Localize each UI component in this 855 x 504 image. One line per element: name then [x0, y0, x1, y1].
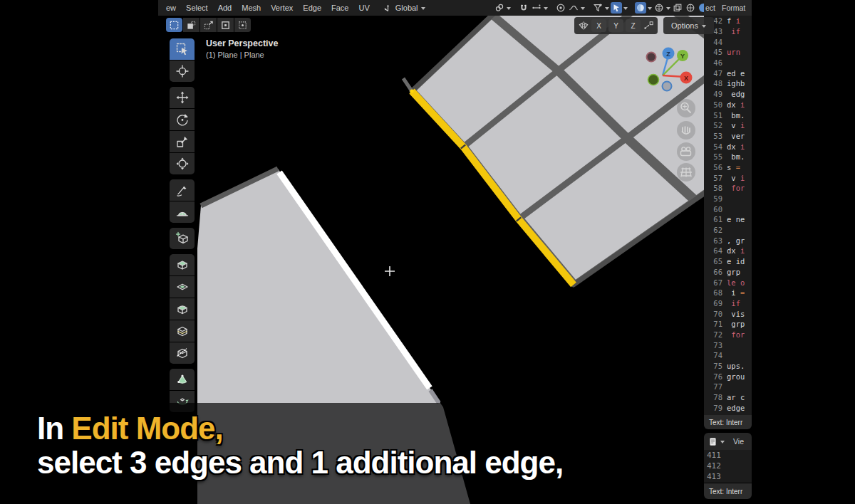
code-line[interactable]: 51 bm.	[704, 110, 752, 120]
chevron-down-icon[interactable]	[623, 7, 628, 12]
tool-inset-faces-button[interactable]	[170, 276, 195, 298]
chevron-down-icon[interactable]	[666, 7, 670, 12]
code-line[interactable]: 76grou	[704, 371, 752, 382]
proportional-edit-icon[interactable]	[531, 2, 542, 14]
shading-solid-icon[interactable]	[685, 2, 696, 14]
shading-rendered-icon[interactable]	[698, 2, 704, 14]
ortho-toggle-icon[interactable]	[677, 163, 695, 182]
code-line[interactable]: 52 v i	[704, 120, 752, 131]
code-line[interactable]: 71 grp	[704, 319, 752, 330]
select-mode-extend-button[interactable]	[183, 18, 200, 32]
chevron-down-icon[interactable]	[648, 7, 652, 12]
gizmo-neg-x-ball[interactable]	[647, 53, 656, 62]
shading-wireframe-icon[interactable]	[672, 2, 683, 14]
tool-rotate-button[interactable]	[170, 109, 195, 130]
mirror-icon[interactable]	[578, 21, 589, 31]
tool-scale-button[interactable]	[170, 131, 195, 152]
menu-format[interactable]: Format	[722, 4, 745, 12]
code-line[interactable]: 47ed_e	[704, 68, 752, 78]
tool-bevel-button[interactable]	[170, 298, 195, 320]
code-line[interactable]: 73	[704, 340, 752, 350]
tool-cursor-button[interactable]	[170, 61, 195, 82]
code-line[interactable]: 59	[704, 194, 752, 204]
gizmo-neg-y-ball[interactable]	[648, 75, 659, 85]
gizmo-neg-z-ball[interactable]	[663, 82, 672, 91]
filter-icon[interactable]	[592, 2, 603, 14]
menu-select[interactable]: Select	[181, 0, 213, 16]
menu-select-cut[interactable]: ect	[705, 4, 715, 12]
code-line[interactable]: 55 bm.	[704, 152, 752, 162]
code-line[interactable]: 77	[704, 382, 752, 392]
code-line[interactable]: 60	[704, 204, 752, 214]
magnet-snap-icon[interactable]	[518, 2, 529, 14]
code-line[interactable]: 70 vis	[704, 308, 752, 319]
falloff-dot-icon[interactable]	[555, 2, 566, 14]
code-line[interactable]: 65e_id	[704, 256, 752, 267]
code-line[interactable]: 79edge	[704, 402, 752, 413]
code-line[interactable]: 66grp	[704, 267, 752, 278]
code-editor-top[interactable]: 42f i43 if4445urn4647ed_e48ighb49_edg50d…	[704, 16, 752, 415]
code-line[interactable]: 78ar_c	[704, 392, 752, 403]
code-line[interactable]: 67le o	[704, 277, 752, 288]
snap-falloff-icon[interactable]	[643, 21, 654, 31]
menu-uv[interactable]: UV	[353, 0, 374, 16]
code-line[interactable]: 44	[704, 36, 752, 47]
tool-transform-button[interactable]	[170, 153, 195, 174]
tool-loop-cut-button[interactable]	[170, 320, 195, 342]
code-line[interactable]: 53 ver	[704, 131, 752, 142]
code-line[interactable]: 49_edg	[704, 89, 752, 100]
code-line[interactable]: 46	[704, 58, 752, 68]
code-line[interactable]: 74	[704, 350, 752, 361]
mesh-vertex[interactable]	[410, 89, 413, 93]
tool-move-button[interactable]	[170, 87, 195, 108]
mirror-y-button[interactable]: Y	[608, 19, 623, 32]
code-line[interactable]: 48ighb	[704, 78, 752, 89]
tool-extrude-region-button[interactable]	[170, 254, 195, 275]
mirror-x-button[interactable]: X	[591, 19, 606, 32]
chevron-down-icon[interactable]	[581, 7, 585, 12]
select-mode-intersect-button[interactable]	[234, 18, 251, 32]
menu-vertex[interactable]: Vertex	[266, 0, 298, 16]
menu-edge[interactable]: Edge	[298, 0, 326, 16]
tool-knife-button[interactable]	[170, 342, 195, 364]
chevron-down-icon[interactable]	[507, 7, 511, 12]
camera-view-icon[interactable]	[677, 142, 695, 161]
menu-view-cut[interactable]: Vie	[733, 437, 744, 446]
code-line[interactable]: 54dx i	[704, 141, 752, 152]
transform-orientation-dropdown[interactable]: Global	[383, 4, 425, 13]
chevron-down-icon[interactable]	[605, 7, 609, 12]
code-line[interactable]: 68 i =	[704, 288, 752, 298]
pan-icon[interactable]	[677, 121, 695, 140]
code-line[interactable]: 62	[704, 225, 752, 236]
code-line[interactable]: 50dx i	[704, 100, 752, 110]
code-line[interactable]: 57 v i	[704, 172, 752, 183]
show-overlays-icon[interactable]	[635, 2, 646, 14]
text-file-icon[interactable]	[708, 437, 717, 446]
chevron-down-icon[interactable]	[544, 7, 548, 12]
menu-ew[interactable]: ew	[161, 0, 181, 16]
code-editor-bottom[interactable]: 411412413	[704, 450, 752, 483]
toggle-xray-icon[interactable]	[653, 2, 665, 14]
code-line[interactable]: 63, gr	[704, 235, 752, 246]
code-line[interactable]: 69 if	[704, 298, 752, 309]
select-mode-set-button[interactable]	[166, 18, 182, 32]
falloff-curve-icon[interactable]	[568, 2, 579, 14]
zoom-icon[interactable]	[677, 99, 695, 117]
code-line[interactable]: 64dx i	[704, 246, 752, 256]
mirror-z-button[interactable]: Z	[626, 19, 641, 32]
tool-add-cube-button[interactable]	[170, 228, 195, 249]
code-line[interactable]: 72 for	[704, 330, 752, 340]
code-line[interactable]: 45urn	[704, 47, 752, 58]
menu-face[interactable]: Face	[326, 0, 353, 16]
tool-poly-build-button[interactable]	[170, 369, 195, 390]
code-line[interactable]: 56s =	[704, 162, 752, 173]
chevron-down-icon[interactable]	[720, 441, 725, 446]
code-line[interactable]: 61e_ne	[704, 214, 752, 225]
menu-mesh[interactable]: Mesh	[237, 0, 266, 16]
select-mode-subtract-button[interactable]	[200, 18, 217, 32]
options-dropdown[interactable]: Options	[663, 17, 714, 34]
code-line[interactable]: 75ups.	[704, 361, 752, 372]
snap-target-icon[interactable]	[494, 2, 505, 14]
tool-annotate-button[interactable]	[170, 179, 195, 201]
show-gizmo-icon[interactable]	[611, 2, 622, 14]
